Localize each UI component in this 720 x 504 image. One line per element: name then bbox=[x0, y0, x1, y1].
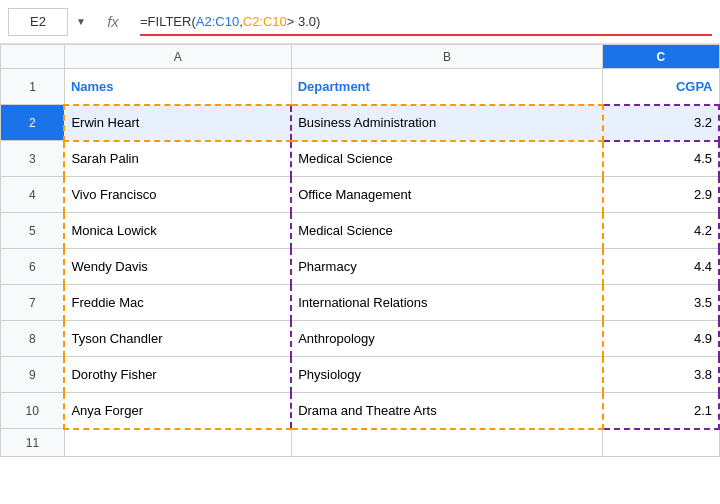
cgpa-cell-7[interactable]: 3.5 bbox=[603, 285, 719, 321]
name-cell-6[interactable]: Wendy Davis bbox=[64, 249, 291, 285]
dept-cell-7[interactable]: International Relations bbox=[291, 285, 603, 321]
dept-cell-9[interactable]: Physiology bbox=[291, 357, 603, 393]
row-num-5: 5 bbox=[1, 213, 65, 249]
table-row[interactable]: 9 Dorothy Fisher Physiology 3.8 bbox=[1, 357, 720, 393]
row-num-3: 3 bbox=[1, 141, 65, 177]
cgpa-cell-5[interactable]: 4.2 bbox=[603, 213, 719, 249]
formula-input[interactable]: =FILTER(A2:C10, C2:C10> 3.0) bbox=[140, 8, 712, 36]
cgpa-cell-6[interactable]: 4.4 bbox=[603, 249, 719, 285]
formula-bar-container: E2 ▼ fx =FILTER(A2:C10, C2:C10> 3.0) bbox=[0, 0, 720, 44]
row-num-8: 8 bbox=[1, 321, 65, 357]
cgpa-cell-2[interactable]: 3.2 bbox=[603, 105, 719, 141]
cgpa-cell-9[interactable]: 3.8 bbox=[603, 357, 719, 393]
table-row[interactable]: 10 Anya Forger Drama and Theatre Arts 2.… bbox=[1, 393, 720, 429]
cgpa-cell-10[interactable]: 2.1 bbox=[603, 393, 719, 429]
row-num-2: 2 bbox=[1, 105, 65, 141]
row-num-1: 1 bbox=[1, 69, 65, 105]
name-cell-2[interactable]: Erwin Heart bbox=[64, 105, 291, 141]
table-row[interactable]: 4 Vivo Francisco Office Management 2.9 bbox=[1, 177, 720, 213]
dept-cell-6[interactable]: Pharmacy bbox=[291, 249, 603, 285]
dept-cell-10[interactable]: Drama and Theatre Arts bbox=[291, 393, 603, 429]
row-num-9: 9 bbox=[1, 357, 65, 393]
formula-suffix: ) bbox=[316, 14, 320, 29]
row-num-4: 4 bbox=[1, 177, 65, 213]
table-row[interactable]: 5 Monica Lowick Medical Science 4.2 bbox=[1, 213, 720, 249]
formula-operator: > 3.0 bbox=[287, 14, 316, 29]
table-row[interactable]: 8 Tyson Chandler Anthropology 4.9 bbox=[1, 321, 720, 357]
formula-arg2: C2:C10 bbox=[243, 14, 287, 29]
empty-a-11[interactable] bbox=[64, 429, 291, 457]
fx-icon: fx bbox=[98, 13, 128, 30]
row-num-10: 10 bbox=[1, 393, 65, 429]
name-cell-8[interactable]: Tyson Chandler bbox=[64, 321, 291, 357]
cgpa-cell-3[interactable]: 4.5 bbox=[603, 141, 719, 177]
name-cell-10[interactable]: Anya Forger bbox=[64, 393, 291, 429]
name-cell-7[interactable]: Freddie Mac bbox=[64, 285, 291, 321]
table-row[interactable]: 2 Erwin Heart Business Administration 3.… bbox=[1, 105, 720, 141]
table-row[interactable]: 6 Wendy Davis Pharmacy 4.4 bbox=[1, 249, 720, 285]
formula-arg1: A2:C10 bbox=[196, 14, 239, 29]
col-c-header[interactable]: C bbox=[603, 45, 719, 69]
department-header: Department bbox=[291, 69, 603, 105]
cgpa-cell-8[interactable]: 4.9 bbox=[603, 321, 719, 357]
empty-row-11: 11 bbox=[1, 429, 720, 457]
formula-text: =FILTER(A2:C10, C2:C10> 3.0) bbox=[140, 14, 320, 29]
cell-ref-dropdown[interactable]: ▼ bbox=[72, 8, 90, 36]
corner-header bbox=[1, 45, 65, 69]
names-header: Names bbox=[64, 69, 291, 105]
col-b-header[interactable]: B bbox=[291, 45, 603, 69]
table-row[interactable]: 7 Freddie Mac International Relations 3.… bbox=[1, 285, 720, 321]
empty-b-11[interactable] bbox=[291, 429, 603, 457]
dept-cell-8[interactable]: Anthropology bbox=[291, 321, 603, 357]
row-num-11: 11 bbox=[1, 429, 65, 457]
column-header-row: A B C bbox=[1, 45, 720, 69]
name-cell-5[interactable]: Monica Lowick bbox=[64, 213, 291, 249]
cell-reference[interactable]: E2 bbox=[8, 8, 68, 36]
spreadsheet: A B C 1 Names Department CGPA 2 Erwin He… bbox=[0, 44, 720, 457]
formula-underline bbox=[140, 34, 712, 36]
dept-cell-5[interactable]: Medical Science bbox=[291, 213, 603, 249]
header-row: 1 Names Department CGPA bbox=[1, 69, 720, 105]
row-num-7: 7 bbox=[1, 285, 65, 321]
cgpa-header: CGPA bbox=[603, 69, 719, 105]
name-cell-4[interactable]: Vivo Francisco bbox=[64, 177, 291, 213]
name-cell-3[interactable]: Sarah Palin bbox=[64, 141, 291, 177]
col-a-header[interactable]: A bbox=[64, 45, 291, 69]
name-cell-9[interactable]: Dorothy Fisher bbox=[64, 357, 291, 393]
dept-cell-2[interactable]: Business Administration bbox=[291, 105, 603, 141]
row-num-6: 6 bbox=[1, 249, 65, 285]
cgpa-cell-4[interactable]: 2.9 bbox=[603, 177, 719, 213]
dept-cell-3[interactable]: Medical Science bbox=[291, 141, 603, 177]
formula-prefix: =FILTER( bbox=[140, 14, 196, 29]
sheet-table: A B C 1 Names Department CGPA 2 Erwin He… bbox=[0, 44, 720, 457]
table-row[interactable]: 3 Sarah Palin Medical Science 4.5 bbox=[1, 141, 720, 177]
dept-cell-4[interactable]: Office Management bbox=[291, 177, 603, 213]
empty-c-11[interactable] bbox=[603, 429, 719, 457]
